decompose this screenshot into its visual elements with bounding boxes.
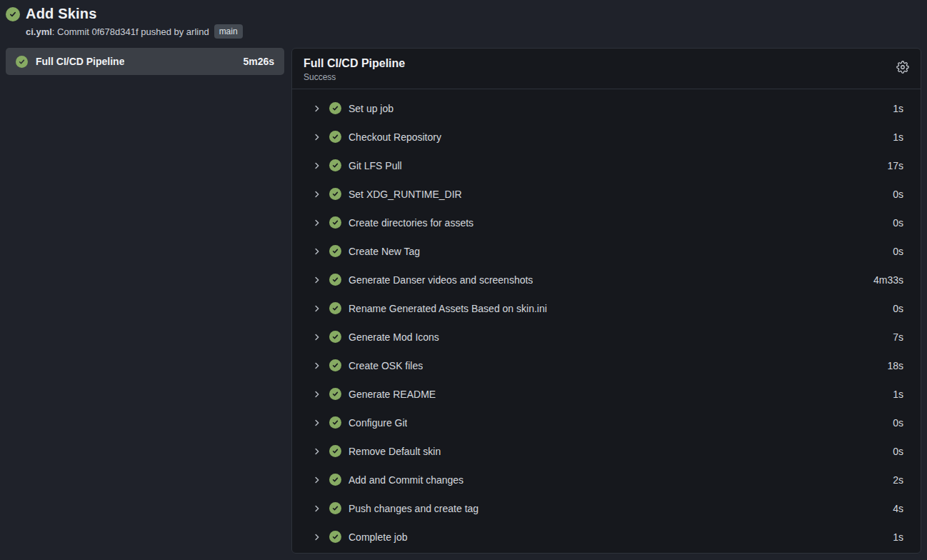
run-status-success-icon (6, 7, 20, 21)
job-detail-panel: Full CI/CD Pipeline Success (291, 48, 921, 554)
sidebar-job-item-full-ci-cd-pipeline[interactable]: Full CI/CD Pipeline 5m26s (6, 48, 284, 75)
commit-hash-link[interactable]: 0f678d341f (92, 26, 139, 37)
step-label: Generate Danser videos and screenshots (349, 274, 533, 286)
step-status-success-icon (329, 445, 341, 457)
step-row[interactable]: Generate Danser videos and screenshots 4… (292, 266, 921, 294)
step-row[interactable]: Remove Default skin 0s (292, 437, 921, 466)
gear-icon (896, 61, 909, 74)
commit-message: ci.yml: Commit 0f678d341f pushed by arli… (26, 26, 209, 37)
step-label: Rename Generated Assets Based on skin.in… (349, 303, 547, 314)
branch-badge[interactable]: main (214, 24, 243, 39)
chevron-right-icon[interactable] (313, 390, 321, 399)
step-duration: 1s (884, 389, 903, 400)
step-label: Checkout Repository (349, 131, 441, 143)
workflow-run-page: Add Skins ci.yml: Commit 0f678d341f push… (0, 0, 927, 560)
chevron-right-icon[interactable] (313, 419, 321, 427)
step-status-success-icon (329, 159, 341, 171)
chevron-right-icon[interactable] (313, 133, 321, 141)
step-row[interactable]: Rename Generated Assets Based on skin.in… (292, 294, 921, 323)
step-label: Complete job (349, 531, 408, 543)
step-status-success-icon (329, 474, 341, 486)
step-status-success-icon (329, 274, 341, 286)
chevron-right-icon[interactable] (313, 161, 321, 170)
step-status-success-icon (329, 245, 341, 257)
step-duration: 4s (884, 503, 903, 514)
step-row[interactable]: Add and Commit changes 2s (292, 466, 921, 494)
jobs-sidebar: Full CI/CD Pipeline 5m26s (6, 48, 284, 554)
chevron-right-icon[interactable] (313, 104, 321, 113)
step-label: Create OSK files (349, 360, 423, 371)
step-label: Generate README (349, 389, 436, 400)
check-icon (331, 104, 339, 112)
step-row[interactable]: Push changes and create tag 4s (292, 494, 921, 523)
step-status-success-icon (329, 416, 341, 429)
step-row[interactable]: Create OSK files 18s (292, 351, 921, 380)
chevron-right-icon[interactable] (313, 361, 321, 370)
chevron-right-icon[interactable] (313, 247, 321, 256)
job-duration: 5m26s (243, 56, 274, 67)
step-duration: 1s (884, 531, 903, 543)
run-content: Full CI/CD Pipeline 5m26s Full CI/CD Pip… (6, 48, 921, 554)
commit-prefix: Commit (57, 26, 89, 37)
panel-header: Full CI/CD Pipeline Success (292, 49, 921, 89)
step-duration: 4m33s (865, 274, 903, 286)
chevron-right-icon[interactable] (313, 219, 321, 227)
step-status-success-icon (329, 131, 341, 143)
step-duration: 0s (884, 246, 903, 257)
chevron-right-icon[interactable] (313, 504, 321, 513)
job-name: Full CI/CD Pipeline (36, 56, 124, 67)
check-icon (331, 419, 339, 426)
step-status-success-icon (329, 302, 341, 314)
chevron-right-icon[interactable] (313, 333, 321, 341)
steps-list: Set up job 1s Checkout Repository 1s G (292, 89, 921, 553)
step-label: Push changes and create tag (349, 503, 478, 514)
chevron-right-icon[interactable] (313, 276, 321, 284)
step-row[interactable]: Set up job 1s (292, 94, 921, 123)
commit-suffix: pushed by arlind (141, 26, 209, 37)
step-status-success-icon (329, 188, 341, 200)
chevron-right-icon[interactable] (313, 533, 321, 541)
step-duration: 1s (884, 131, 903, 143)
step-label: Add and Commit changes (349, 474, 464, 486)
check-icon (331, 219, 339, 226)
check-icon (331, 190, 339, 198)
chevron-right-icon[interactable] (313, 304, 321, 313)
step-label: Configure Git (349, 417, 407, 429)
check-icon (331, 361, 339, 369)
step-row[interactable]: Configure Git 0s (292, 409, 921, 437)
step-row[interactable]: Git LFS Pull 17s (292, 151, 921, 180)
step-row[interactable]: Generate Mod Icons 7s (292, 323, 921, 351)
step-row[interactable]: Create directories for assets 0s (292, 209, 921, 237)
step-row[interactable]: Generate README 1s (292, 380, 921, 409)
step-duration: 0s (884, 303, 903, 314)
step-row[interactable]: Create New Tag 0s (292, 237, 921, 266)
step-row[interactable]: Checkout Repository 1s (292, 123, 921, 151)
step-label: Set up job (349, 103, 394, 114)
subtitle-separator: : (52, 26, 55, 37)
step-status-success-icon (329, 359, 341, 371)
step-status-success-icon (329, 331, 341, 343)
check-icon (331, 390, 339, 398)
step-duration: 0s (884, 189, 903, 200)
step-row[interactable]: Complete job 1s (292, 523, 921, 551)
step-label: Create New Tag (349, 246, 420, 257)
check-icon (331, 504, 339, 512)
step-label: Set XDG_RUNTIME_DIR (349, 189, 462, 200)
check-icon (331, 247, 339, 255)
run-header: Add Skins ci.yml: Commit 0f678d341f push… (6, 6, 921, 39)
job-settings-button[interactable] (896, 61, 909, 74)
chevron-right-icon[interactable] (313, 447, 321, 456)
check-icon (331, 161, 339, 169)
run-title: Add Skins (26, 6, 97, 22)
step-label: Create directories for assets (349, 217, 473, 229)
workflow-file-name: ci.yml (26, 26, 52, 37)
step-duration: 0s (884, 446, 903, 457)
check-icon (331, 133, 339, 141)
step-duration: 0s (884, 217, 903, 229)
chevron-right-icon[interactable] (313, 476, 321, 484)
step-row[interactable]: Set XDG_RUNTIME_DIR 0s (292, 180, 921, 209)
check-icon (331, 276, 339, 284)
chevron-right-icon[interactable] (313, 190, 321, 199)
step-status-success-icon (329, 216, 341, 229)
check-icon (331, 533, 339, 541)
